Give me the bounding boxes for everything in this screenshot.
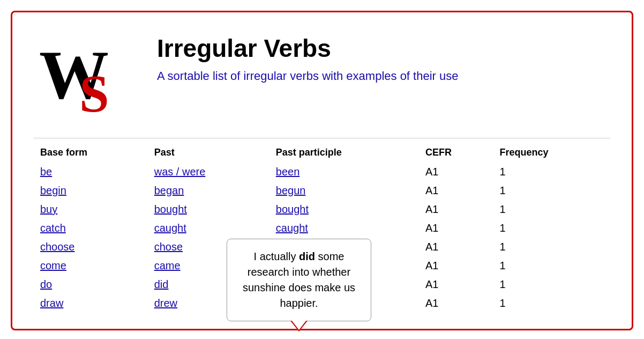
table-cell-col-cefr: A1 — [419, 256, 493, 275]
table-cell-col-participle[interactable]: bought — [269, 200, 419, 219]
page-container: W S Irregular Verbs A sortable list of i… — [11, 11, 633, 330]
table-cell-col-cefr: A1 — [419, 238, 493, 256]
table-cell-col-participle[interactable]: been — [269, 163, 419, 181]
header-cefr[interactable]: CEFR — [419, 143, 493, 163]
table-cell-col-freq: 1 — [493, 219, 610, 238]
header-past-participle[interactable]: Past participle — [269, 143, 419, 163]
table-cell-col-freq: 1 — [493, 238, 610, 256]
table-row: beginbeganbegunA11 — [34, 181, 610, 200]
table-cell-col-freq: 1 — [493, 181, 610, 200]
table-cell-col-base[interactable]: choose — [34, 238, 148, 256]
tooltip-bold-word: did — [299, 250, 315, 262]
header-base-form[interactable]: Base form — [34, 143, 148, 163]
tooltip-arrow-inner — [291, 320, 306, 330]
table-cell-col-base[interactable]: catch — [34, 219, 148, 238]
logo-container: W S — [34, 28, 136, 122]
table-row: bewas / werebeenA11 — [34, 163, 610, 181]
page-subtitle: A sortable list of irregular verbs with … — [157, 68, 610, 85]
table-cell-col-base[interactable]: come — [34, 256, 148, 275]
table-row: buyboughtboughtA11 — [34, 200, 610, 219]
page-title: Irregular Verbs — [157, 34, 610, 63]
table-cell-col-base[interactable]: begin — [34, 181, 148, 200]
table-cell-col-past[interactable]: was / were — [148, 163, 269, 181]
table-cell-col-freq: 1 — [493, 275, 610, 294]
tooltip-box: I actually did some research into whethe… — [227, 239, 371, 321]
header-frequency[interactable]: Frequency — [493, 143, 610, 163]
tooltip-wrapper: I actually did some research into whethe… — [227, 239, 371, 321]
table-header-row: Base form Past Past participle CEFR Freq… — [34, 143, 610, 163]
table-cell-col-freq: 1 — [493, 200, 610, 219]
table-cell-col-participle[interactable]: caught — [269, 219, 419, 238]
table-cell-col-cefr: A1 — [419, 181, 493, 200]
table-cell-col-cefr: A1 — [419, 219, 493, 238]
table-cell-col-past[interactable]: caught — [148, 219, 269, 238]
table-cell-col-cefr: A1 — [419, 275, 493, 294]
table-section: Base form Past Past participle CEFR Freq… — [34, 138, 610, 313]
table-cell-col-base[interactable]: buy — [34, 200, 148, 219]
table-cell-col-base[interactable]: be — [34, 163, 148, 181]
tooltip-text-before: I actually — [254, 250, 299, 262]
title-section: Irregular Verbs A sortable list of irreg… — [157, 28, 610, 85]
table-cell-col-freq: 1 — [493, 163, 610, 181]
table-row: catchcaughtcaughtA11 — [34, 219, 610, 238]
site-logo: W S — [34, 28, 125, 120]
table-cell-col-base[interactable]: draw — [34, 294, 148, 313]
table-cell-col-cefr: A1 — [419, 163, 493, 181]
table-cell-col-freq: 1 — [493, 294, 610, 313]
header-past[interactable]: Past — [148, 143, 269, 163]
table-cell-col-cefr: A1 — [419, 294, 493, 313]
table-cell-col-base[interactable]: do — [34, 275, 148, 294]
svg-text:S: S — [79, 64, 109, 120]
table-cell-col-participle[interactable]: begun — [269, 181, 419, 200]
header-section: W S Irregular Verbs A sortable list of i… — [34, 28, 610, 122]
table-cell-col-past[interactable]: began — [148, 181, 269, 200]
table-cell-col-freq: 1 — [493, 256, 610, 275]
table-cell-col-past[interactable]: bought — [148, 200, 269, 219]
table-cell-col-cefr: A1 — [419, 200, 493, 219]
